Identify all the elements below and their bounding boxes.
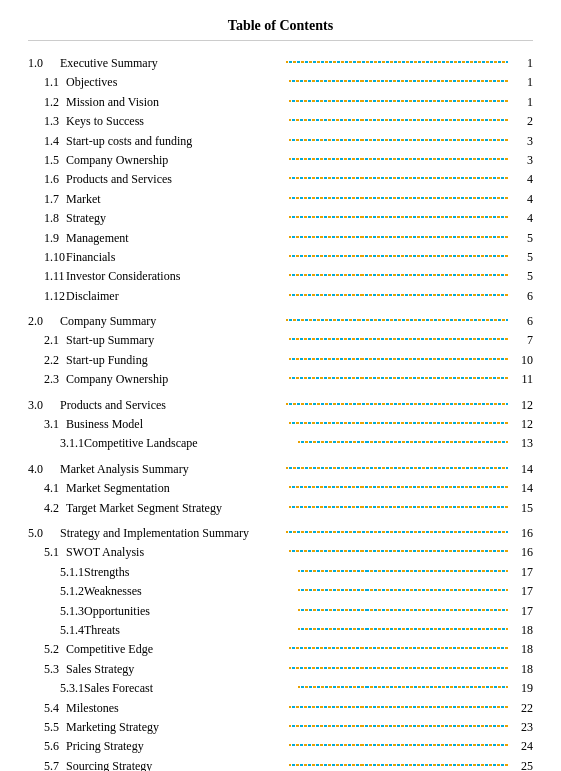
toc-dots: [289, 133, 509, 145]
toc-page: 5: [511, 249, 533, 266]
toc-page: 14: [511, 461, 533, 478]
toc-entry: 5.3.1Sales Forecast19: [28, 680, 533, 697]
toc-page: 22: [511, 700, 533, 717]
toc-entry: 3.1.1Competitive Landscape13: [28, 435, 533, 452]
toc-number: 1.0: [28, 55, 60, 72]
toc-number: 1.9: [28, 230, 66, 247]
toc-page: 25: [511, 758, 533, 771]
toc-page: 1: [511, 74, 533, 91]
toc-label: Start-up Summary: [66, 332, 286, 349]
toc-label: Start-up Funding: [66, 352, 286, 369]
toc-dots: [286, 55, 509, 67]
toc-page: 16: [511, 544, 533, 561]
toc-number: 2.0: [28, 313, 60, 330]
toc-number: 1.2: [28, 94, 66, 111]
toc-label: Strategy and Implementation Summary: [60, 525, 283, 542]
toc-label: Target Market Segment Strategy: [66, 500, 286, 517]
toc-number: 5.0: [28, 525, 60, 542]
toc-page: 11: [511, 371, 533, 388]
toc-dots: [289, 288, 509, 300]
toc-page: 10: [511, 352, 533, 369]
toc-number: 1.7: [28, 191, 66, 208]
toc-dots: [289, 332, 509, 344]
toc-label: Keys to Success: [66, 113, 286, 130]
toc-label: Investor Considerations: [66, 268, 286, 285]
toc-number: 1.3: [28, 113, 66, 130]
toc-label: Management: [66, 230, 286, 247]
toc-entry: 4.0Market Analysis Summary14: [28, 461, 533, 478]
toc-dots: [289, 544, 509, 556]
toc-number: 1.5: [28, 152, 66, 169]
toc-entry: 2.2Start-up Funding10: [28, 352, 533, 369]
toc-label: SWOT Analysis: [66, 544, 286, 561]
toc-number: 5.6: [28, 738, 66, 755]
toc-number: 5.1.3: [28, 603, 84, 620]
toc-number: 2.1: [28, 332, 66, 349]
toc-entry: 2.3Company Ownership11: [28, 371, 533, 388]
toc-entry: 2.1Start-up Summary7: [28, 332, 533, 349]
toc-page: 24: [511, 738, 533, 755]
toc-label: Marketing Strategy: [66, 719, 286, 736]
toc-label: Sales Strategy: [66, 661, 286, 678]
toc-dots: [286, 397, 509, 409]
toc-entry: 4.1Market Segmentation14: [28, 480, 533, 497]
toc-entry: 2.0Company Summary6: [28, 313, 533, 330]
toc-dots: [289, 641, 509, 653]
toc-entry: 1.8Strategy4: [28, 210, 533, 227]
toc-label: Competitive Edge: [66, 641, 286, 658]
toc-number: 5.3: [28, 661, 66, 678]
toc-dots: [289, 191, 509, 203]
toc-dots: [289, 94, 509, 106]
toc-label: Strategy: [66, 210, 286, 227]
toc-entry: 5.1.4Threats18: [28, 622, 533, 639]
toc-page: 6: [511, 288, 533, 305]
toc-label: Milestones: [66, 700, 286, 717]
toc-label: Opportunities: [84, 603, 295, 620]
toc-entry: 1.6Products and Services4: [28, 171, 533, 188]
toc-label: Market Analysis Summary: [60, 461, 283, 478]
toc-entry: 5.1.3Opportunities17: [28, 603, 533, 620]
toc-entry: 4.2Target Market Segment Strategy15: [28, 500, 533, 517]
toc-page: 18: [511, 622, 533, 639]
toc-label: Sales Forecast: [84, 680, 295, 697]
toc-number: 3.1: [28, 416, 66, 433]
toc-label: Executive Summary: [60, 55, 283, 72]
toc-number: 2.3: [28, 371, 66, 388]
toc-dots: [289, 371, 509, 383]
toc-page: 16: [511, 525, 533, 542]
toc-page: 5: [511, 230, 533, 247]
toc-number: 5.1: [28, 544, 66, 561]
toc-page: 1: [511, 55, 533, 72]
toc-dots: [286, 313, 509, 325]
toc-number: 1.11: [28, 268, 66, 285]
toc-label: Company Summary: [60, 313, 283, 330]
toc-page: 23: [511, 719, 533, 736]
toc-label: Products and Services: [60, 397, 283, 414]
toc-number: 3.0: [28, 397, 60, 414]
toc-page: 4: [511, 171, 533, 188]
toc-entry: 5.7Sourcing Strategy25: [28, 758, 533, 771]
toc-dots: [289, 249, 509, 261]
toc-entry: 5.6Pricing Strategy24: [28, 738, 533, 755]
toc-dots: [289, 152, 509, 164]
toc-dots: [298, 564, 509, 576]
toc-label: Company Ownership: [66, 152, 286, 169]
toc-label: Weaknesses: [84, 583, 295, 600]
toc-entry: 5.1.2Weaknesses17: [28, 583, 533, 600]
toc-label: Threats: [84, 622, 295, 639]
toc-page: 13: [511, 435, 533, 452]
toc-number: 4.2: [28, 500, 66, 517]
toc-label: Products and Services: [66, 171, 286, 188]
toc-page: 15: [511, 500, 533, 517]
toc-dots: [289, 268, 509, 280]
toc-label: Company Ownership: [66, 371, 286, 388]
toc-dots: [289, 171, 509, 183]
toc-number: 1.1: [28, 74, 66, 91]
toc-page: 17: [511, 564, 533, 581]
toc-dots: [298, 435, 509, 447]
toc-entry: 3.0Products and Services12: [28, 397, 533, 414]
toc-dots: [298, 622, 509, 634]
toc-page: 14: [511, 480, 533, 497]
toc-page: 3: [511, 152, 533, 169]
toc-number: 1.4: [28, 133, 66, 150]
